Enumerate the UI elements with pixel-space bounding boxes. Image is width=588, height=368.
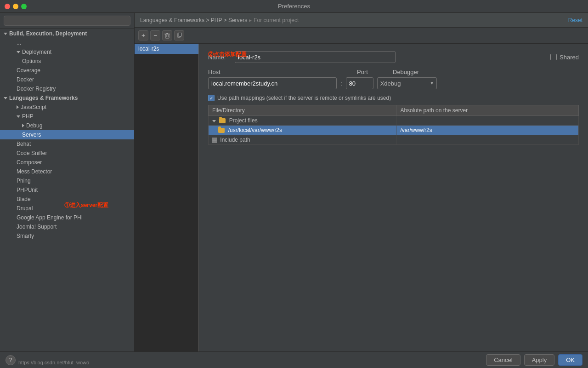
sidebar-item-deployment[interactable]: Deployment: [0, 47, 134, 57]
ok-button[interactable]: OK: [558, 354, 582, 366]
add-server-button[interactable]: +: [138, 30, 148, 40]
sidebar-item-docker-registry[interactable]: Docker Registry: [0, 84, 134, 93]
breadcrumb-sep: ▸: [249, 17, 252, 23]
sidebar-item-code-sniffer[interactable]: Code Sniffer: [0, 149, 134, 158]
project-files-row: Project files: [209, 116, 579, 126]
sidebar-item-build-execution-deployment[interactable]: Build, Execution, Deployment: [0, 29, 134, 38]
debugger-select-wrapper: Xdebug Zend Debugger: [377, 77, 437, 89]
svg-rect-2: [166, 33, 168, 34]
sidebar-item-coverage[interactable]: Coverage: [0, 66, 134, 75]
sidebar: Build, Execution, Deployment ... Deploym…: [0, 13, 135, 351]
path-mappings-checkbox[interactable]: ✓: [208, 95, 215, 101]
svg-rect-6: [178, 33, 181, 36]
name-input[interactable]: [235, 51, 396, 63]
sidebar-item-joomla[interactable]: Joomla! Support: [0, 222, 134, 231]
bottom-left: ?: [6, 355, 16, 365]
include-path-remote-cell: [396, 135, 579, 145]
sidebar-item-drupal[interactable]: Drupal: [0, 204, 134, 213]
shared-area: Shared: [550, 54, 579, 61]
sidebar-item-javascript[interactable]: JavaScript: [0, 103, 134, 112]
trash-icon: [164, 33, 170, 39]
shared-label: Shared: [560, 54, 579, 61]
maximize-button[interactable]: [21, 4, 27, 9]
bottom-right: Cancel Apply OK: [486, 354, 582, 366]
bottom-bar: ? https://blog.csdn.net/hfut_wowo Cancel…: [0, 351, 588, 368]
expand-icon: [17, 115, 20, 118]
expand-icon: [22, 124, 24, 127]
bar-icon: ▬: [212, 138, 217, 143]
expand-icon: [212, 120, 216, 122]
project-files-remote-cell: [396, 116, 579, 126]
local-path-cell: /usr/local/var/www/r2s: [209, 126, 396, 135]
include-path-cell: ▬ Include path: [209, 135, 396, 145]
remote-path-cell: /var/www/r2s: [396, 126, 579, 135]
window-controls[interactable]: [5, 4, 27, 9]
table-header-row: File/Directory Absolute path on the serv…: [209, 105, 579, 116]
main-content: Build, Execution, Deployment ... Deploym…: [0, 13, 588, 351]
server-list-item[interactable]: local-r2s: [135, 44, 198, 54]
sidebar-item-phpunit[interactable]: PHPUnit: [0, 185, 134, 195]
breadcrumb-bar: Languages & Frameworks > PHP > Servers ▸…: [135, 13, 588, 28]
right-panel: Languages & Frameworks > PHP > Servers ▸…: [135, 13, 588, 351]
breadcrumb-path: Languages & Frameworks > PHP > Servers: [140, 17, 247, 23]
expand-icon: [4, 97, 7, 99]
breadcrumb-scope: For current project: [254, 17, 299, 23]
close-button[interactable]: [5, 4, 10, 9]
help-button[interactable]: ?: [6, 355, 16, 365]
sidebar-item-phing[interactable]: Phing: [0, 176, 134, 185]
status-url: https://blog.csdn.net/hfut_wowo: [18, 360, 89, 365]
folder-icon: [218, 128, 225, 133]
debugger-select[interactable]: Xdebug Zend Debugger: [377, 77, 437, 89]
host-input[interactable]: [208, 77, 337, 89]
mapping-row[interactable]: /usr/local/var/www/r2s /var/www/r2s: [209, 126, 579, 135]
mappings-table: File/Directory Absolute path on the serv…: [208, 105, 579, 145]
title-bar: Preferences: [0, 0, 588, 13]
minimize-button[interactable]: [13, 4, 18, 9]
apply-button[interactable]: Apply: [524, 354, 555, 366]
sidebar-item-mess-detector[interactable]: Mess Detector: [0, 167, 134, 176]
debugger-label: Debugger: [393, 69, 419, 75]
path-mappings-label: Use path mappings (select if the server …: [217, 95, 391, 101]
absolute-path-header: Absolute path on the server: [396, 105, 579, 116]
sidebar-item-composer[interactable]: Composer: [0, 158, 134, 167]
port-label: Port: [357, 69, 389, 75]
project-files-cell: Project files: [209, 116, 396, 126]
svg-rect-0: [165, 34, 169, 38]
breadcrumb: Languages & Frameworks > PHP > Servers ▸…: [140, 17, 299, 23]
sidebar-search-area: [0, 13, 134, 29]
sidebar-item-options[interactable]: Options: [0, 57, 134, 66]
folder-icon: [219, 118, 226, 123]
content-area: local-r2s Name: Shared: [135, 44, 588, 351]
reset-button[interactable]: Reset: [568, 17, 582, 23]
server-panel: + −: [135, 28, 588, 351]
sidebar-item-servers[interactable]: Servers: [0, 130, 134, 139]
sidebar-item-php[interactable]: PHP: [0, 112, 134, 121]
copy-server-button[interactable]: [174, 30, 184, 40]
host-label: Host: [208, 69, 340, 75]
shared-checkbox[interactable]: [550, 54, 557, 60]
sidebar-item-behat[interactable]: Behat: [0, 139, 134, 149]
file-directory-header: File/Directory: [209, 105, 396, 116]
sidebar-item-smarty[interactable]: Smarty: [0, 231, 134, 241]
path-mappings-row: ✓ Use path mappings (select if the serve…: [208, 95, 579, 101]
name-row: Name: Shared: [208, 51, 579, 63]
name-label: Name:: [208, 54, 231, 61]
copy-icon: [176, 33, 182, 38]
sidebar-item-blade[interactable]: Blade: [0, 195, 134, 204]
server-toolbar: + −: [135, 28, 588, 44]
delete-server-button[interactable]: [162, 30, 172, 40]
expand-icon: [17, 105, 19, 109]
search-input[interactable]: [4, 16, 130, 26]
arrow-icon: [212, 129, 215, 132]
sidebar-item-dots[interactable]: ...: [0, 38, 134, 47]
window-title: Preferences: [278, 3, 310, 10]
cancel-button[interactable]: Cancel: [486, 354, 520, 366]
sidebar-item-languages-frameworks[interactable]: Languages & Frameworks: [0, 93, 134, 103]
sidebar-item-debug[interactable]: Debug: [0, 121, 134, 130]
sidebar-item-google-app-engine[interactable]: Google App Engine for PHI: [0, 213, 134, 222]
server-list: local-r2s: [135, 44, 199, 351]
remove-server-button[interactable]: −: [150, 30, 160, 40]
sidebar-item-docker[interactable]: Docker: [0, 75, 134, 84]
form-area: Name: Shared Host Port Debugger: [199, 44, 588, 351]
port-input[interactable]: [346, 77, 373, 89]
